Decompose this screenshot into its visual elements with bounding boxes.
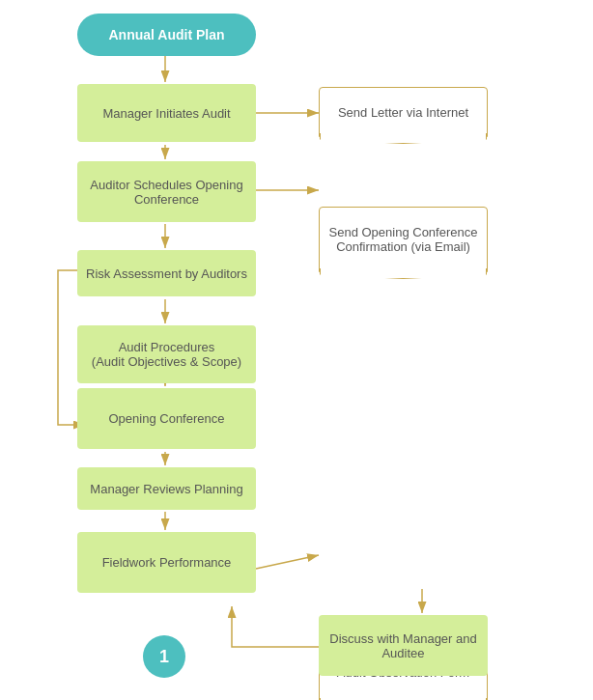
- auditor-schedules-node: Auditor Schedules Opening Conference: [77, 161, 256, 222]
- manager-reviews-node: Manager Reviews Planning: [77, 467, 256, 510]
- opening-conference-node: Opening Conference: [77, 388, 256, 449]
- send-letter-node: Send Letter via Internet: [319, 87, 488, 137]
- send-opening-node: Send Opening Conference Confirmation (vi…: [319, 207, 488, 272]
- discuss-manager-node: Discuss with Manager and Auditee: [319, 615, 488, 676]
- flowchart-diagram: Annual Audit Plan Manager Initiates Audi…: [0, 0, 593, 700]
- circle-badge-1: 1: [143, 635, 185, 678]
- manager-initiates-audit-node: Manager Initiates Audit: [77, 84, 256, 142]
- risk-assessment-node: Risk Assessment by Auditors: [77, 250, 256, 296]
- annual-audit-plan-node: Annual Audit Plan: [77, 14, 256, 56]
- fieldwork-performance-node: Fieldwork Performance: [77, 532, 256, 593]
- svg-line-11: [256, 555, 319, 569]
- audit-procedures-node: Audit Procedures (Audit Objectives & Sco…: [77, 325, 256, 383]
